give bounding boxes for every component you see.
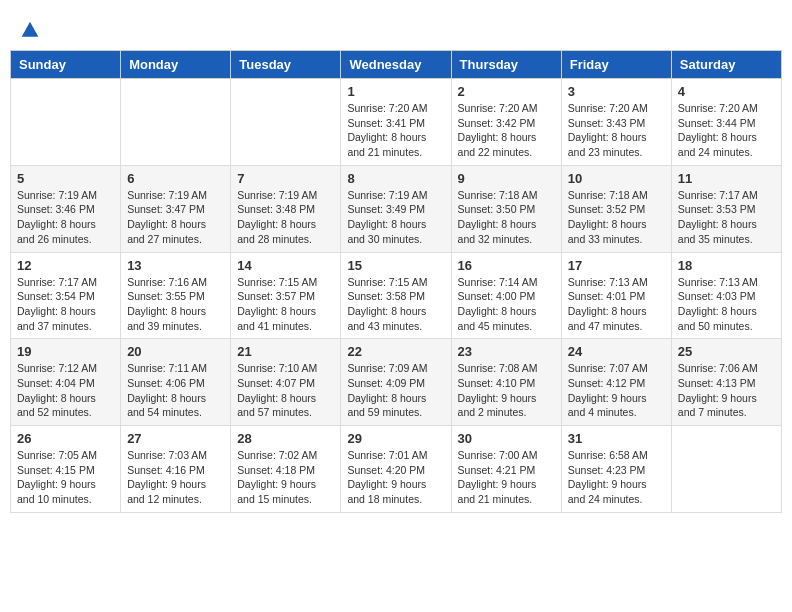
day-info: Sunrise: 7:15 AM Sunset: 3:57 PM Dayligh…	[237, 275, 334, 334]
day-info: Sunrise: 7:17 AM Sunset: 3:53 PM Dayligh…	[678, 188, 775, 247]
day-number: 31	[568, 431, 665, 446]
day-number: 2	[458, 84, 555, 99]
day-number: 17	[568, 258, 665, 273]
calendar-cell: 7Sunrise: 7:19 AM Sunset: 3:48 PM Daylig…	[231, 165, 341, 252]
day-info: Sunrise: 7:18 AM Sunset: 3:52 PM Dayligh…	[568, 188, 665, 247]
day-info: Sunrise: 7:00 AM Sunset: 4:21 PM Dayligh…	[458, 448, 555, 507]
calendar-cell: 12Sunrise: 7:17 AM Sunset: 3:54 PM Dayli…	[11, 252, 121, 339]
calendar-cell	[671, 426, 781, 513]
day-number: 1	[347, 84, 444, 99]
day-number: 24	[568, 344, 665, 359]
calendar-cell: 24Sunrise: 7:07 AM Sunset: 4:12 PM Dayli…	[561, 339, 671, 426]
day-number: 18	[678, 258, 775, 273]
day-header-tuesday: Tuesday	[231, 51, 341, 79]
day-info: Sunrise: 6:58 AM Sunset: 4:23 PM Dayligh…	[568, 448, 665, 507]
day-info: Sunrise: 7:08 AM Sunset: 4:10 PM Dayligh…	[458, 361, 555, 420]
day-number: 7	[237, 171, 334, 186]
calendar-cell: 21Sunrise: 7:10 AM Sunset: 4:07 PM Dayli…	[231, 339, 341, 426]
calendar-cell: 16Sunrise: 7:14 AM Sunset: 4:00 PM Dayli…	[451, 252, 561, 339]
calendar-week-row: 1Sunrise: 7:20 AM Sunset: 3:41 PM Daylig…	[11, 79, 782, 166]
calendar-cell: 30Sunrise: 7:00 AM Sunset: 4:21 PM Dayli…	[451, 426, 561, 513]
calendar-cell: 8Sunrise: 7:19 AM Sunset: 3:49 PM Daylig…	[341, 165, 451, 252]
calendar-week-row: 5Sunrise: 7:19 AM Sunset: 3:46 PM Daylig…	[11, 165, 782, 252]
calendar-cell: 22Sunrise: 7:09 AM Sunset: 4:09 PM Dayli…	[341, 339, 451, 426]
day-number: 3	[568, 84, 665, 99]
day-info: Sunrise: 7:01 AM Sunset: 4:20 PM Dayligh…	[347, 448, 444, 507]
calendar-cell: 26Sunrise: 7:05 AM Sunset: 4:15 PM Dayli…	[11, 426, 121, 513]
calendar-cell: 2Sunrise: 7:20 AM Sunset: 3:42 PM Daylig…	[451, 79, 561, 166]
day-number: 10	[568, 171, 665, 186]
day-info: Sunrise: 7:19 AM Sunset: 3:46 PM Dayligh…	[17, 188, 114, 247]
calendar-cell: 17Sunrise: 7:13 AM Sunset: 4:01 PM Dayli…	[561, 252, 671, 339]
day-info: Sunrise: 7:19 AM Sunset: 3:49 PM Dayligh…	[347, 188, 444, 247]
day-info: Sunrise: 7:13 AM Sunset: 4:01 PM Dayligh…	[568, 275, 665, 334]
calendar-cell: 14Sunrise: 7:15 AM Sunset: 3:57 PM Dayli…	[231, 252, 341, 339]
calendar-cell: 27Sunrise: 7:03 AM Sunset: 4:16 PM Dayli…	[121, 426, 231, 513]
calendar-cell: 3Sunrise: 7:20 AM Sunset: 3:43 PM Daylig…	[561, 79, 671, 166]
day-number: 16	[458, 258, 555, 273]
day-info: Sunrise: 7:18 AM Sunset: 3:50 PM Dayligh…	[458, 188, 555, 247]
day-header-sunday: Sunday	[11, 51, 121, 79]
day-info: Sunrise: 7:20 AM Sunset: 3:42 PM Dayligh…	[458, 101, 555, 160]
day-info: Sunrise: 7:20 AM Sunset: 3:41 PM Dayligh…	[347, 101, 444, 160]
calendar-cell: 18Sunrise: 7:13 AM Sunset: 4:03 PM Dayli…	[671, 252, 781, 339]
day-number: 12	[17, 258, 114, 273]
calendar-cell: 25Sunrise: 7:06 AM Sunset: 4:13 PM Dayli…	[671, 339, 781, 426]
calendar-cell: 1Sunrise: 7:20 AM Sunset: 3:41 PM Daylig…	[341, 79, 451, 166]
day-number: 27	[127, 431, 224, 446]
day-info: Sunrise: 7:19 AM Sunset: 3:48 PM Dayligh…	[237, 188, 334, 247]
calendar-cell: 23Sunrise: 7:08 AM Sunset: 4:10 PM Dayli…	[451, 339, 561, 426]
day-number: 11	[678, 171, 775, 186]
day-info: Sunrise: 7:19 AM Sunset: 3:47 PM Dayligh…	[127, 188, 224, 247]
logo-icon	[20, 20, 40, 40]
calendar-cell: 10Sunrise: 7:18 AM Sunset: 3:52 PM Dayli…	[561, 165, 671, 252]
day-info: Sunrise: 7:02 AM Sunset: 4:18 PM Dayligh…	[237, 448, 334, 507]
day-info: Sunrise: 7:05 AM Sunset: 4:15 PM Dayligh…	[17, 448, 114, 507]
calendar-cell: 9Sunrise: 7:18 AM Sunset: 3:50 PM Daylig…	[451, 165, 561, 252]
day-number: 29	[347, 431, 444, 446]
day-number: 4	[678, 84, 775, 99]
day-info: Sunrise: 7:20 AM Sunset: 3:44 PM Dayligh…	[678, 101, 775, 160]
day-header-friday: Friday	[561, 51, 671, 79]
calendar-table: SundayMondayTuesdayWednesdayThursdayFrid…	[10, 50, 782, 513]
day-number: 21	[237, 344, 334, 359]
day-info: Sunrise: 7:03 AM Sunset: 4:16 PM Dayligh…	[127, 448, 224, 507]
day-number: 14	[237, 258, 334, 273]
day-number: 19	[17, 344, 114, 359]
calendar-cell: 13Sunrise: 7:16 AM Sunset: 3:55 PM Dayli…	[121, 252, 231, 339]
day-info: Sunrise: 7:10 AM Sunset: 4:07 PM Dayligh…	[237, 361, 334, 420]
day-header-monday: Monday	[121, 51, 231, 79]
day-info: Sunrise: 7:20 AM Sunset: 3:43 PM Dayligh…	[568, 101, 665, 160]
day-info: Sunrise: 7:06 AM Sunset: 4:13 PM Dayligh…	[678, 361, 775, 420]
calendar-cell: 5Sunrise: 7:19 AM Sunset: 3:46 PM Daylig…	[11, 165, 121, 252]
calendar-header-row: SundayMondayTuesdayWednesdayThursdayFrid…	[11, 51, 782, 79]
calendar-week-row: 26Sunrise: 7:05 AM Sunset: 4:15 PM Dayli…	[11, 426, 782, 513]
calendar-cell: 15Sunrise: 7:15 AM Sunset: 3:58 PM Dayli…	[341, 252, 451, 339]
day-number: 22	[347, 344, 444, 359]
calendar-cell: 28Sunrise: 7:02 AM Sunset: 4:18 PM Dayli…	[231, 426, 341, 513]
day-header-saturday: Saturday	[671, 51, 781, 79]
calendar-cell: 4Sunrise: 7:20 AM Sunset: 3:44 PM Daylig…	[671, 79, 781, 166]
day-info: Sunrise: 7:14 AM Sunset: 4:00 PM Dayligh…	[458, 275, 555, 334]
day-info: Sunrise: 7:15 AM Sunset: 3:58 PM Dayligh…	[347, 275, 444, 334]
day-number: 20	[127, 344, 224, 359]
calendar-cell: 11Sunrise: 7:17 AM Sunset: 3:53 PM Dayli…	[671, 165, 781, 252]
day-number: 28	[237, 431, 334, 446]
day-info: Sunrise: 7:07 AM Sunset: 4:12 PM Dayligh…	[568, 361, 665, 420]
day-info: Sunrise: 7:12 AM Sunset: 4:04 PM Dayligh…	[17, 361, 114, 420]
svg-marker-0	[22, 22, 39, 37]
calendar-cell: 20Sunrise: 7:11 AM Sunset: 4:06 PM Dayli…	[121, 339, 231, 426]
day-header-wednesday: Wednesday	[341, 51, 451, 79]
calendar-week-row: 19Sunrise: 7:12 AM Sunset: 4:04 PM Dayli…	[11, 339, 782, 426]
day-number: 5	[17, 171, 114, 186]
day-number: 23	[458, 344, 555, 359]
day-info: Sunrise: 7:13 AM Sunset: 4:03 PM Dayligh…	[678, 275, 775, 334]
day-number: 8	[347, 171, 444, 186]
day-number: 26	[17, 431, 114, 446]
calendar-cell	[11, 79, 121, 166]
day-number: 15	[347, 258, 444, 273]
calendar-cell: 19Sunrise: 7:12 AM Sunset: 4:04 PM Dayli…	[11, 339, 121, 426]
calendar-cell: 29Sunrise: 7:01 AM Sunset: 4:20 PM Dayli…	[341, 426, 451, 513]
calendar-cell: 6Sunrise: 7:19 AM Sunset: 3:47 PM Daylig…	[121, 165, 231, 252]
day-info: Sunrise: 7:11 AM Sunset: 4:06 PM Dayligh…	[127, 361, 224, 420]
